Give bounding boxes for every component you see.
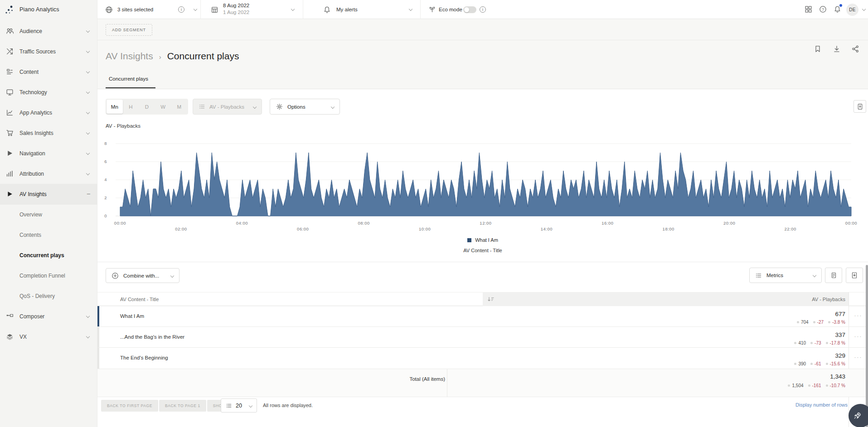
page-size-dropdown[interactable]: 20 xyxy=(221,398,257,413)
divider xyxy=(200,0,201,19)
granularity-m[interactable]: M xyxy=(171,100,187,114)
add-segment-button[interactable]: ADD SEGMENT xyxy=(106,24,152,36)
sidebar-item-navigation[interactable]: Navigation xyxy=(0,147,97,160)
download-icon[interactable] xyxy=(833,45,840,53)
svg-text:20:00: 20:00 xyxy=(723,221,735,225)
brand-logo[interactable]: Piano Analytics xyxy=(5,5,59,14)
concurrent-plays-chart[interactable]: 0246800:0002:0004:0006:0008:0010:0012:00… xyxy=(99,133,860,232)
sidebar-item-vx[interactable]: VX xyxy=(0,330,97,344)
divider xyxy=(420,0,421,19)
help-icon[interactable]: ? xyxy=(819,5,827,13)
combine-with-dropdown[interactable]: Combine with... xyxy=(106,268,179,283)
topbar: 3 sites selected i 8 Aug 2022 1 Aug 2022… xyxy=(97,0,868,19)
sidebar-item-concurrent-plays[interactable]: Concurrent plays xyxy=(0,249,97,262)
sidebar-item-app-analytics[interactable]: App Analytics xyxy=(0,106,97,120)
rocket-icon xyxy=(853,411,862,420)
app-root: Piano Analytics Audience Traffic Sources… xyxy=(0,0,868,427)
chart-legend[interactable]: What I Am xyxy=(97,237,868,243)
chevron-down-icon[interactable] xyxy=(862,7,866,11)
svg-text:08:00: 08:00 xyxy=(358,221,370,225)
sidebar-item-audience[interactable]: Audience xyxy=(0,24,97,38)
chart-export-button[interactable] xyxy=(853,100,866,113)
metric-selector-dropdown[interactable]: AV - Playbacks xyxy=(193,99,262,115)
content: Mn H D W M AV - Playbacks Options AV - P… xyxy=(97,89,868,427)
legend-swatch xyxy=(467,238,471,242)
back-to-page-1-button[interactable]: BACK TO PAGE 1 xyxy=(159,400,206,412)
traffic-sources-icon xyxy=(6,48,14,55)
eco-mode-toggle[interactable] xyxy=(463,6,476,13)
info-icon[interactable]: i xyxy=(178,6,184,13)
column-header-playbacks[interactable]: AV - Playbacks xyxy=(812,297,845,302)
share-icon[interactable] xyxy=(851,45,859,53)
chevron-down-icon xyxy=(86,70,90,73)
legend-dimension-label: AV Content - Title xyxy=(97,248,868,253)
date-range-compare[interactable]: 1 Aug 2022 xyxy=(223,10,249,15)
tab-concurrent-plays[interactable]: Concurrent plays xyxy=(109,76,148,82)
row-series-marker xyxy=(97,348,99,369)
table-total-row: Total (All items) 1,343 1,504-161-10.7 % xyxy=(97,369,868,397)
active-tab-underline xyxy=(106,87,155,88)
back-to-first-page-button[interactable]: BACK TO FIRST PAGE xyxy=(101,400,158,412)
chevron-down-icon xyxy=(813,273,816,277)
sidebar-item-traffic-sources[interactable]: Traffic Sources xyxy=(0,45,97,58)
bookmark-icon[interactable] xyxy=(814,45,821,53)
sidebar-item-technology[interactable]: Technology xyxy=(0,86,97,99)
metrics-dropdown[interactable]: Metrics xyxy=(749,268,822,283)
row-menu-button[interactable]: ··· xyxy=(849,333,868,340)
display-rows-link[interactable]: Display number of rows xyxy=(748,402,848,408)
sidebar-item-qos-delivery[interactable]: QoS - Delivery xyxy=(0,289,97,303)
sort-descending-icon[interactable] xyxy=(487,296,495,303)
globe-icon xyxy=(105,6,113,14)
sidebar-item-contents[interactable]: Contents xyxy=(0,228,97,242)
page-header: AV Insights › Concurrent plays Concurren… xyxy=(97,40,868,89)
sidebar-item-completion-funnel[interactable]: Completion Funnel xyxy=(0,269,97,283)
info-icon[interactable]: i xyxy=(480,6,486,13)
granularity-mn[interactable]: Mn xyxy=(107,100,123,114)
collapse-icon[interactable]: – xyxy=(87,190,90,197)
scrollbar-thumb[interactable] xyxy=(866,265,868,427)
row-menu-button[interactable]: ··· xyxy=(849,354,868,360)
export-table-button[interactable] xyxy=(846,268,863,283)
chevron-down-icon xyxy=(86,172,90,175)
granularity-d[interactable]: D xyxy=(139,100,155,114)
sidebar-item-av-insights[interactable]: AV Insights – xyxy=(0,187,97,201)
options-dropdown[interactable]: Options xyxy=(270,99,340,115)
sidebar-item-sales-insights[interactable]: Sales Insights xyxy=(0,126,97,140)
row-series-marker xyxy=(97,306,99,326)
sidebar-item-content[interactable]: Content xyxy=(0,65,97,79)
chevron-down-icon xyxy=(86,49,90,53)
table-row[interactable]: ...And the Bag's in the River 337 410-73… xyxy=(97,327,868,348)
vx-icon xyxy=(6,333,14,341)
chevron-down-icon[interactable] xyxy=(291,7,295,11)
breadcrumb-parent[interactable]: AV Insights xyxy=(106,51,153,62)
table-row[interactable]: The End's Beginning 329 390-61-15.6 % ··… xyxy=(97,348,868,369)
table-row[interactable]: What I Am 677 704-27-3.8 % ··· xyxy=(97,306,868,327)
avatar[interactable]: DE xyxy=(846,4,858,16)
date-range-primary[interactable]: 8 Aug 2022 xyxy=(223,3,249,8)
sidebar-item-composer[interactable]: Composer xyxy=(0,310,97,323)
granularity-w[interactable]: W xyxy=(155,100,171,114)
composer-icon xyxy=(6,312,14,320)
rocket-fab-button[interactable] xyxy=(849,404,868,427)
sites-selector[interactable]: 3 sites selected xyxy=(117,7,153,12)
chevron-down-icon xyxy=(86,29,90,33)
my-alerts[interactable]: My alerts xyxy=(336,7,358,12)
svg-text:16:00: 16:00 xyxy=(601,221,613,225)
sidebar-item-attribution[interactable]: Attribution xyxy=(0,167,97,181)
column-header-title[interactable]: AV Content - Title xyxy=(120,297,159,302)
chevron-down-icon xyxy=(86,131,90,134)
row-menu-button[interactable]: ··· xyxy=(849,312,868,319)
breadcrumb: AV Insights › Concurrent plays xyxy=(106,51,239,62)
granularity-h[interactable]: H xyxy=(123,100,139,114)
chevron-down-icon[interactable] xyxy=(409,7,412,11)
copy-table-button[interactable] xyxy=(825,268,842,283)
chevron-down-icon[interactable] xyxy=(194,7,197,11)
svg-text:22:00: 22:00 xyxy=(784,226,796,231)
sales-insights-icon xyxy=(6,129,14,137)
apps-grid-icon[interactable] xyxy=(805,5,812,13)
eco-leaf-icon xyxy=(428,5,436,13)
sidebar-item-overview[interactable]: Overview xyxy=(0,208,97,221)
list-icon xyxy=(226,403,232,409)
sorted-column-background xyxy=(483,293,849,306)
technology-icon xyxy=(6,88,14,96)
